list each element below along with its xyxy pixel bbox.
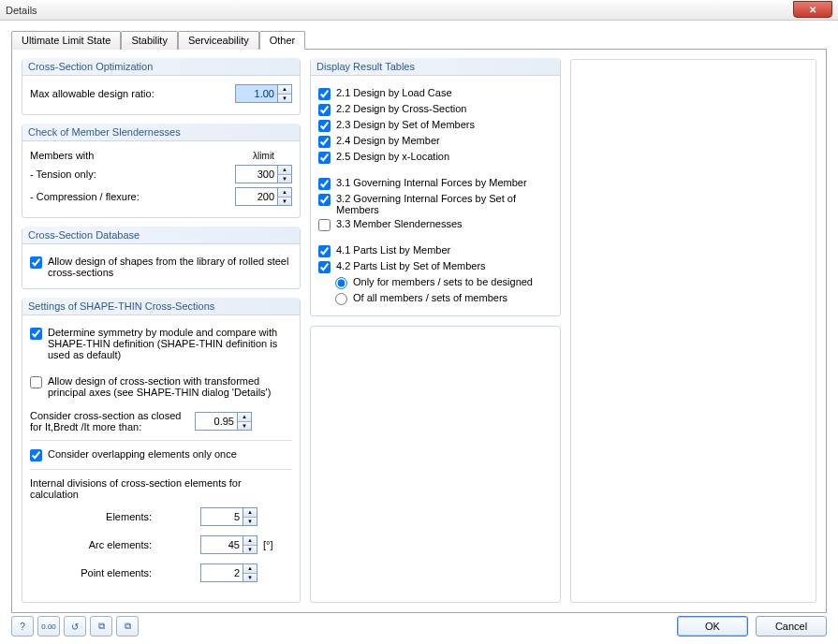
reset-button[interactable]: ↺ — [64, 616, 86, 637]
tab-serviceability[interactable]: Serviceability — [178, 31, 259, 50]
divisions-title-label: Internal divisions of cross-section elem… — [30, 477, 292, 500]
spinner-down-icon[interactable]: ▼ — [243, 546, 257, 554]
window-body: Ultimate Limit State Stability Serviceab… — [0, 21, 838, 644]
point-spinner[interactable]: ▲▼ — [200, 564, 257, 582]
lbl-2-5: 2.5 Design by x-Location — [336, 151, 552, 162]
tab-ultimate-limit-state[interactable]: Ultimate Limit State — [11, 31, 121, 50]
cb-3-1[interactable] — [318, 178, 331, 190]
tension-spinner[interactable]: ▲▼ — [235, 165, 292, 183]
load-defaults-button[interactable]: ⧉ — [90, 616, 112, 637]
spinner-up-icon[interactable]: ▲ — [278, 188, 291, 198]
tab-other[interactable]: Other — [259, 31, 306, 50]
closed-label: Consider cross-section as closed for It,… — [30, 410, 189, 432]
overlap-checkbox[interactable] — [30, 449, 42, 461]
help-icon: ? — [20, 622, 25, 632]
units-icon: 0.00 — [41, 622, 56, 631]
cb-3-2[interactable] — [318, 194, 331, 206]
spinner-up-icon[interactable]: ▲ — [243, 536, 257, 546]
spinner-up-icon[interactable]: ▲ — [278, 85, 291, 95]
arc-label: Arc elements: — [30, 539, 152, 550]
group-title: Display Result Tables — [311, 58, 560, 76]
reset-icon: ↺ — [71, 622, 79, 632]
cb-4-1[interactable] — [318, 245, 331, 257]
cb-2-1[interactable] — [318, 88, 331, 100]
lbl-3-1: 3.1 Governing Internal Forces by Member — [336, 177, 552, 188]
cb-2-2[interactable] — [318, 104, 331, 116]
spinner-up-icon[interactable]: ▲ — [243, 508, 257, 518]
compression-spinner[interactable]: ▲▼ — [235, 187, 292, 206]
determine-symmetry-checkbox[interactable] — [30, 328, 42, 340]
allow-library-label: Allow design of shapes from the library … — [48, 256, 292, 278]
middle-column: Display Result Tables 2.1 Design by Load… — [310, 59, 561, 603]
lbl-2-4: 2.4 Design by Member — [336, 135, 552, 146]
determine-symmetry-label: Determine symmetry by module and compare… — [48, 327, 292, 360]
max-ratio-input[interactable] — [235, 84, 278, 103]
cancel-button[interactable]: Cancel — [756, 616, 827, 637]
radio-only-designed[interactable] — [335, 277, 347, 289]
arc-input[interactable] — [200, 535, 243, 554]
elements-input[interactable] — [200, 507, 243, 526]
group-title: Settings of SHAPE-THIN Cross-Sections — [22, 298, 300, 315]
tab-panel-other: Cross-Section Optimization Max allowable… — [11, 49, 827, 613]
spinner-down-icon[interactable]: ▼ — [278, 175, 291, 183]
save-icon: ⧉ — [125, 621, 131, 632]
allow-transformed-checkbox[interactable] — [30, 376, 42, 388]
cb-3-3[interactable] — [318, 219, 331, 231]
ok-button[interactable]: OK — [677, 616, 748, 637]
help-button[interactable]: ? — [11, 616, 34, 637]
spinner-down-icon[interactable]: ▼ — [278, 95, 291, 103]
right-column — [570, 59, 816, 603]
cb-2-4[interactable] — [318, 136, 331, 148]
point-input[interactable] — [200, 564, 243, 582]
closed-spinner[interactable]: ▲▼ — [195, 412, 252, 431]
spinner-down-icon[interactable]: ▼ — [278, 198, 291, 206]
compression-input[interactable] — [235, 187, 278, 206]
separator — [30, 440, 292, 441]
compression-label: - Compression / flexure: — [30, 191, 229, 202]
tension-input[interactable] — [235, 165, 278, 183]
elements-spinner[interactable]: ▲▼ — [200, 507, 257, 526]
lbl-3-3: 3.3 Member Slendernesses — [336, 218, 552, 229]
group-slenderness: Check of Member Slendernesses Members wi… — [22, 124, 301, 218]
close-icon: ✕ — [809, 5, 816, 15]
empty-panel-right — [570, 59, 816, 603]
spinner-down-icon[interactable]: ▼ — [243, 518, 257, 526]
spinner-down-icon[interactable]: ▼ — [243, 574, 257, 582]
overlap-label: Consider overlapping elements only once — [48, 448, 292, 460]
max-ratio-label: Max allowable design ratio: — [30, 88, 229, 99]
cb-2-3[interactable] — [318, 120, 331, 132]
window-title: Details — [6, 5, 37, 16]
group-shape-thin: Settings of SHAPE-THIN Cross-Sections De… — [22, 299, 301, 603]
members-with-label: Members with — [30, 150, 229, 161]
closed-input[interactable] — [195, 412, 238, 431]
arc-spinner[interactable]: ▲▼ — [200, 535, 257, 554]
tension-label: - Tension only: — [30, 168, 229, 180]
group-cs-optimization: Cross-Section Optimization Max allowable… — [22, 59, 301, 115]
save-defaults-button[interactable]: ⧉ — [116, 616, 139, 637]
spinner-up-icon[interactable]: ▲ — [243, 564, 257, 574]
cb-2-5[interactable] — [318, 152, 331, 164]
close-button[interactable]: ✕ — [793, 1, 832, 18]
bottom-bar: ? 0.00 ↺ ⧉ ⧉ OK Cancel — [11, 616, 827, 637]
lbl-4-1: 4.1 Parts List by Member — [336, 244, 552, 256]
group-display-result-tables: Display Result Tables 2.1 Design by Load… — [310, 59, 561, 316]
lbl-radio-only: Only for members / sets to be designed — [353, 276, 552, 287]
lbl-2-2: 2.2 Design by Cross-Section — [336, 103, 552, 114]
max-ratio-spinner[interactable]: ▲ ▼ — [235, 84, 292, 103]
units-button[interactable]: 0.00 — [37, 616, 60, 637]
title-bar: Details ✕ — [0, 0, 838, 21]
lbl-3-2: 3.2 Governing Internal Forces by Set of … — [336, 193, 552, 215]
lbl-4-2: 4.2 Parts List by Set of Members — [336, 260, 552, 271]
allow-library-checkbox[interactable] — [30, 256, 42, 269]
elements-label: Elements: — [30, 511, 152, 522]
tab-stability[interactable]: Stability — [121, 31, 178, 50]
group-title: Cross-Section Optimization — [22, 58, 300, 76]
spinner-down-icon[interactable]: ▼ — [238, 422, 251, 431]
spinner-up-icon[interactable]: ▲ — [278, 166, 291, 175]
cb-4-2[interactable] — [318, 261, 331, 273]
radio-all-members[interactable] — [335, 293, 347, 305]
lambda-limit-label: λlimit — [235, 151, 292, 161]
group-title: Check of Member Slendernesses — [22, 124, 300, 141]
load-icon: ⧉ — [98, 621, 105, 632]
spinner-up-icon[interactable]: ▲ — [238, 413, 251, 422]
